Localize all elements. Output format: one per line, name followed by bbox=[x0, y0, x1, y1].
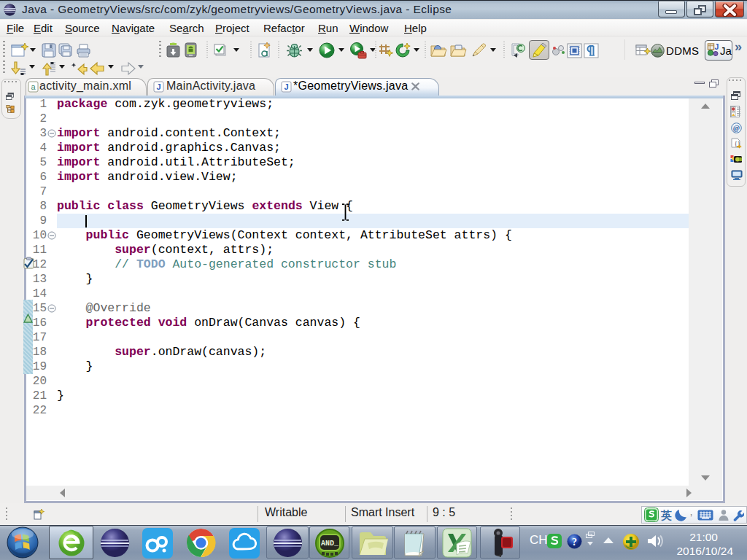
svg-text:@: @ bbox=[733, 124, 740, 132]
svg-text:J: J bbox=[715, 42, 719, 51]
svg-text:J: J bbox=[284, 82, 288, 91]
svg-text:J: J bbox=[156, 82, 160, 91]
svg-text:?: ? bbox=[572, 537, 577, 548]
svg-text:AND_: AND_ bbox=[321, 540, 339, 548]
